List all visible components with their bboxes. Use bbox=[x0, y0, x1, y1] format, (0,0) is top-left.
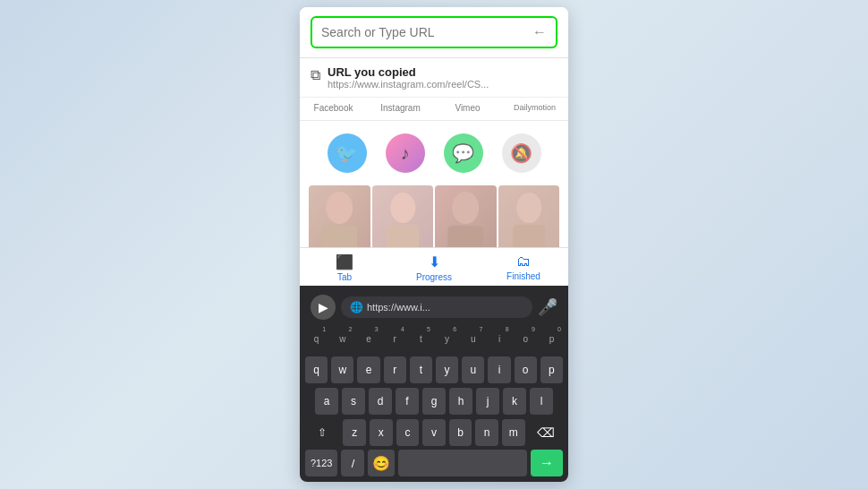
photo-grid bbox=[300, 185, 568, 247]
go-key[interactable]: → bbox=[531, 450, 563, 476]
key-6[interactable]: y bbox=[436, 325, 458, 352]
url-suggestion[interactable]: ⧉ URL you copied https://www.instagram.c… bbox=[300, 58, 568, 98]
key-9[interactable]: o bbox=[515, 325, 537, 352]
kb-arrow-button[interactable]: ▶ bbox=[311, 295, 336, 320]
search-input[interactable] bbox=[321, 25, 532, 39]
nav-finished-label: Finished bbox=[506, 271, 540, 281]
key-u[interactable]: u bbox=[462, 356, 484, 383]
key-x[interactable]: x bbox=[370, 419, 393, 446]
row-asdf: a s d f g h j k l bbox=[305, 388, 563, 415]
keyboard: ▶ 🌐 https://www.i... 🎤 q w e r t y u i o… bbox=[300, 286, 568, 482]
space-key[interactable] bbox=[398, 450, 527, 476]
key-j[interactable]: j bbox=[476, 388, 499, 415]
nav-tab[interactable]: ⬛ Tab bbox=[300, 253, 389, 282]
key-y[interactable]: y bbox=[436, 356, 458, 383]
keyboard-rows: q w e r t y u i o p a s d f g h j k bbox=[303, 356, 565, 446]
svg-point-4 bbox=[452, 192, 479, 224]
key-c[interactable]: c bbox=[396, 419, 420, 446]
emoji-key[interactable]: 😊 bbox=[368, 450, 395, 476]
number-row: q w e r t y u i o p bbox=[303, 325, 565, 352]
key-1[interactable]: q bbox=[305, 325, 328, 352]
key-2[interactable]: w bbox=[331, 325, 353, 352]
key-h[interactable]: h bbox=[449, 388, 472, 415]
music-icon[interactable]: ♪ bbox=[386, 133, 425, 173]
key-4[interactable]: r bbox=[384, 325, 406, 352]
search-area: ← bbox=[300, 7, 568, 58]
globe-icon: 🌐 bbox=[350, 301, 363, 313]
key-i[interactable]: i bbox=[488, 356, 510, 383]
tab-facebook[interactable]: Facebook bbox=[300, 98, 367, 120]
key-7[interactable]: u bbox=[462, 325, 484, 352]
finished-icon: 🗂 bbox=[516, 253, 531, 270]
nav-progress[interactable]: ⬇ Progress bbox=[389, 253, 479, 282]
photo-cell-1 bbox=[309, 185, 370, 247]
key-f[interactable]: f bbox=[396, 388, 419, 415]
key-g[interactable]: g bbox=[422, 388, 446, 415]
svg-point-0 bbox=[326, 192, 353, 224]
row-qwerty: q w e r t y u i o p bbox=[305, 356, 563, 383]
tab-dailymotion[interactable]: Dailymotion bbox=[501, 98, 568, 120]
key-q[interactable]: q bbox=[305, 356, 328, 383]
bottom-nav: ⬛ Tab ⬇ Progress 🗂 Finished bbox=[300, 247, 568, 286]
key-s[interactable]: s bbox=[342, 388, 365, 415]
photo-cell-4 bbox=[498, 185, 560, 247]
svg-rect-7 bbox=[513, 225, 545, 247]
svg-rect-3 bbox=[387, 225, 419, 247]
key-e[interactable]: e bbox=[357, 356, 379, 383]
svg-point-2 bbox=[390, 193, 415, 223]
key-5[interactable]: t bbox=[410, 325, 432, 352]
key-n[interactable]: n bbox=[475, 419, 498, 446]
search-bar[interactable]: ← bbox=[311, 16, 557, 48]
browser-content: Facebook Instagram Vimeo Dailymotion 🐦 ♪… bbox=[300, 98, 568, 247]
row-zxcv: ⇧ z x c v b n m ⌫ bbox=[305, 419, 563, 446]
muted-icon[interactable]: 🔕 bbox=[502, 133, 541, 173]
social-icons-row: 🐦 ♪ 💬 🔕 bbox=[300, 121, 568, 185]
nav-tab-label: Tab bbox=[337, 272, 352, 282]
num-key[interactable]: ?123 bbox=[305, 450, 337, 476]
key-a[interactable]: a bbox=[315, 388, 338, 415]
key-r[interactable]: r bbox=[384, 356, 406, 383]
key-l[interactable]: l bbox=[530, 388, 553, 415]
microphone-icon[interactable]: 🎤 bbox=[538, 297, 557, 317]
keyboard-bottom-row: ?123 / 😊 → bbox=[303, 446, 565, 478]
key-m[interactable]: m bbox=[502, 419, 525, 446]
key-z[interactable]: z bbox=[343, 419, 366, 446]
nav-progress-label: Progress bbox=[416, 272, 452, 282]
svg-point-6 bbox=[516, 193, 541, 223]
progress-icon: ⬇ bbox=[429, 253, 440, 270]
keyboard-url-bar: ▶ 🌐 https://www.i... 🎤 bbox=[303, 291, 565, 325]
photo-cell-2 bbox=[372, 185, 434, 247]
key-3[interactable]: e bbox=[357, 325, 379, 352]
copy-icon: ⧉ bbox=[311, 67, 320, 83]
key-k[interactable]: k bbox=[503, 388, 526, 415]
svg-rect-1 bbox=[321, 226, 357, 247]
tab-instagram[interactable]: Instagram bbox=[367, 98, 434, 120]
twitter-icon[interactable]: 🐦 bbox=[328, 133, 367, 173]
key-b[interactable]: b bbox=[449, 419, 472, 446]
url-suggestion-url: https://www.instagram.com/reel/CS... bbox=[328, 79, 489, 90]
whatsapp-icon[interactable]: 💬 bbox=[444, 133, 483, 173]
tab-icon: ⬛ bbox=[336, 253, 353, 270]
key-w[interactable]: w bbox=[331, 356, 353, 383]
shift-key[interactable]: ⇧ bbox=[305, 419, 339, 446]
slash-key[interactable]: / bbox=[341, 450, 364, 476]
url-suggestion-title: URL you copied bbox=[328, 65, 489, 79]
key-t[interactable]: t bbox=[410, 356, 432, 383]
platform-tabs: Facebook Instagram Vimeo Dailymotion bbox=[300, 98, 568, 121]
delete-key[interactable]: ⌫ bbox=[529, 419, 563, 446]
svg-rect-5 bbox=[447, 226, 483, 247]
key-0[interactable]: p bbox=[540, 325, 563, 352]
phone-container: ← ⧉ URL you copied https://www.instagram… bbox=[300, 7, 568, 482]
key-8[interactable]: i bbox=[488, 325, 510, 352]
url-suggestion-text: URL you copied https://www.instagram.com… bbox=[328, 65, 489, 90]
kb-url-text: https://www.i... bbox=[367, 302, 430, 313]
key-d[interactable]: d bbox=[369, 388, 392, 415]
tab-vimeo[interactable]: Vimeo bbox=[434, 98, 501, 120]
key-o[interactable]: o bbox=[515, 356, 537, 383]
nav-finished[interactable]: 🗂 Finished bbox=[479, 253, 568, 282]
photo-cell-3 bbox=[435, 185, 497, 247]
back-arrow-icon[interactable]: ← bbox=[532, 24, 547, 40]
key-p[interactable]: p bbox=[540, 356, 563, 383]
kb-url-pill[interactable]: 🌐 https://www.i... bbox=[341, 296, 532, 318]
key-v[interactable]: v bbox=[422, 419, 446, 446]
